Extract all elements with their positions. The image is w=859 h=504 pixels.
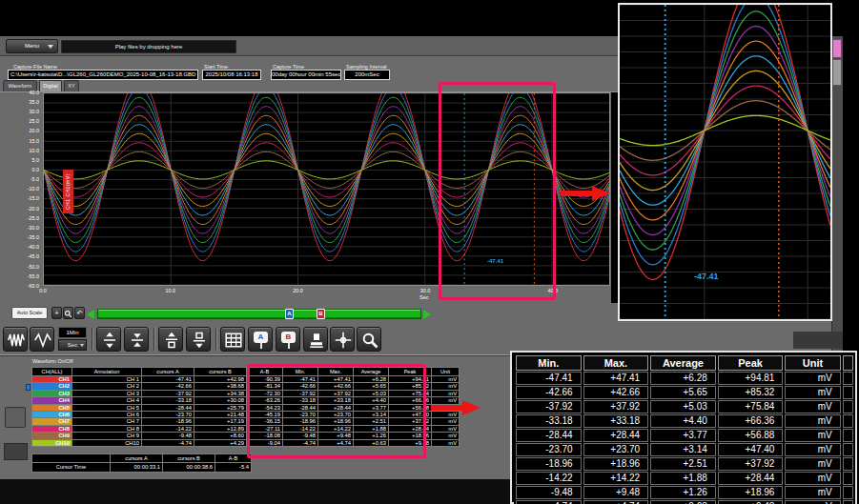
- cell-annotation: CH 9: [72, 433, 142, 439]
- cell-unit: mV: [432, 418, 460, 425]
- cell-max: +9.48: [583, 486, 649, 499]
- undo-icon: ↶: [77, 310, 83, 316]
- time-unit-dropdown[interactable]: Sec: [58, 339, 87, 351]
- stamp-button[interactable]: [303, 327, 328, 352]
- cell-unit: mV: [432, 425, 460, 432]
- y-axis-tick-label: -15.0: [28, 195, 39, 201]
- flag-stem: [288, 343, 290, 349]
- cell-unit: mV: [785, 386, 840, 399]
- cell-cursor_a: -33.18: [142, 397, 194, 404]
- column-header: cursors B: [163, 454, 215, 463]
- channel-swatch[interactable]: CH10: [32, 439, 72, 446]
- undo-button[interactable]: ↶: [74, 307, 85, 319]
- cursor-a-marker[interactable]: A: [285, 309, 294, 319]
- channel-axis-label: CH1 CH1(mV): [63, 170, 73, 213]
- cell-peak: +28.44: [718, 472, 784, 485]
- search-zoom-button[interactable]: [357, 327, 381, 352]
- zoom-in-button[interactable]: +: [51, 307, 62, 319]
- side-rail-button[interactable]: [5, 407, 26, 428]
- scroll-left-arrow[interactable]: [87, 310, 94, 319]
- shift-waveform-up-button[interactable]: [158, 327, 183, 352]
- cell-min: -47.41: [516, 372, 582, 385]
- scrollbar-gray-handle[interactable]: [832, 59, 842, 86]
- cell-cursor_b: +38.68: [194, 383, 247, 390]
- cell-cursor_a: -18.96: [142, 418, 194, 425]
- cell-annotation: CH 7: [72, 418, 142, 425]
- compress-amplitude-button[interactable]: [124, 327, 149, 352]
- channel-swatch[interactable]: CH9: [32, 433, 72, 439]
- y-axis-tick-label: -25.0: [28, 215, 39, 221]
- cell-empty: [843, 400, 853, 413]
- column-header: A-B: [215, 454, 252, 463]
- cell-empty: [843, 443, 853, 456]
- y-axis-tick-label: 5.0: [32, 157, 40, 163]
- zoom-table-row: -47.41+47.41+6.28+94.81mV: [516, 372, 853, 385]
- column-header: [32, 454, 111, 463]
- zoomed-statistics-table: Min.Max.AveragePeakUnit-47.41+47.41+6.28…: [514, 354, 855, 504]
- column-header: Min.: [516, 355, 582, 371]
- cell-empty: [843, 386, 853, 399]
- time-per-division-display: 1Min: [58, 327, 87, 338]
- channel-swatch[interactable]: CH6: [32, 412, 72, 418]
- auto-scale-button[interactable]: Auto Scale: [11, 307, 48, 319]
- time-unit-label: Sec: [68, 342, 77, 348]
- cursor-b-marker[interactable]: B: [317, 309, 325, 319]
- cell-min: -18.96: [516, 457, 582, 471]
- y-axis-tick-label: 35.0: [30, 99, 40, 105]
- expand-amplitude-button[interactable]: [96, 327, 121, 352]
- time-scrollbar[interactable]: [97, 309, 421, 319]
- cell-annotation: CH 5: [72, 404, 142, 411]
- channel-swatch[interactable]: CH5: [32, 404, 72, 411]
- cell-peak: +47.40: [718, 443, 784, 456]
- channel-swatch[interactable]: CH8: [32, 425, 72, 432]
- column-header: cursors B: [194, 368, 247, 376]
- cell-annotation: CH10: [72, 439, 142, 446]
- tab-xy[interactable]: XY: [64, 80, 79, 91]
- y-axis-tick-label: -20.0: [28, 206, 39, 212]
- menu-button[interactable]: Menu: [6, 39, 58, 53]
- waveform-onoff-label: Waveform On/Off: [32, 358, 72, 364]
- cell-unit: mV: [785, 400, 840, 413]
- cursor-b-button[interactable]: B: [276, 327, 300, 352]
- scroll-right-arrow[interactable]: [423, 310, 431, 319]
- cell-peak: +66.36: [718, 414, 784, 428]
- y-axis-tick-label: 40.0: [30, 90, 40, 95]
- cell-cursor_b: +21.48: [194, 412, 247, 418]
- cell-min: -33.18: [516, 414, 582, 428]
- cell-unit: mV: [785, 486, 840, 499]
- scrollbar-pink-handle[interactable]: [832, 39, 842, 58]
- x-axis-tick-label: 10.0: [160, 288, 181, 293]
- zoom-table-row: -37.92+37.92+5.03+75.84mV: [516, 400, 853, 413]
- channel-swatch[interactable]: CH7: [32, 418, 72, 425]
- channel-swatch[interactable]: CH3: [32, 390, 72, 396]
- zoomed-table-inset: Min.Max.AveragePeakUnit-47.41+47.41+6.28…: [510, 351, 857, 504]
- window-corner: [793, 332, 843, 349]
- cell-annotation: CH 8: [72, 425, 142, 432]
- cell-average: +6.28: [650, 372, 716, 385]
- cursor-a-button[interactable]: A: [248, 327, 273, 352]
- cell-max: +47.41: [583, 372, 649, 385]
- play-files-drop-zone[interactable]: Play files by dropping here: [61, 40, 236, 53]
- channel-swatch[interactable]: CH4: [32, 397, 72, 404]
- compress-time-axis-button[interactable]: [3, 327, 28, 352]
- zoomed-plot-inset: -47.41: [618, 3, 832, 321]
- magnify-button[interactable]: [63, 307, 73, 319]
- cell-unit: mV: [432, 390, 460, 396]
- tab-digital[interactable]: Digital: [39, 80, 62, 91]
- shift-waveform-down-button[interactable]: [186, 327, 211, 352]
- expand-time-axis-button[interactable]: [30, 327, 54, 352]
- cell-cursor_b: +17.19: [194, 418, 247, 425]
- table-highlight-rectangle: [247, 364, 426, 458]
- cell-average: +1.88: [650, 472, 716, 485]
- grid-icon: [225, 332, 242, 349]
- y-axis-tick-label: -50.0: [28, 264, 39, 270]
- channel-swatch[interactable]: CH2: [32, 383, 72, 390]
- crosshair-button[interactable]: [330, 327, 355, 352]
- column-header: cursors A: [111, 454, 163, 463]
- channel-swatch[interactable]: CH1: [32, 376, 72, 383]
- grid-view-button[interactable]: [220, 327, 245, 352]
- capture-file-name-value[interactable]: C:\Users\r-katsuta\D...\GL260_GL260DEMO_…: [8, 70, 198, 80]
- y-axis-tick-label: 0.0: [32, 167, 40, 172]
- zoom-table-row: -4.74+4.74+0.63+9.48mV: [516, 500, 853, 504]
- cell-empty: [843, 372, 853, 385]
